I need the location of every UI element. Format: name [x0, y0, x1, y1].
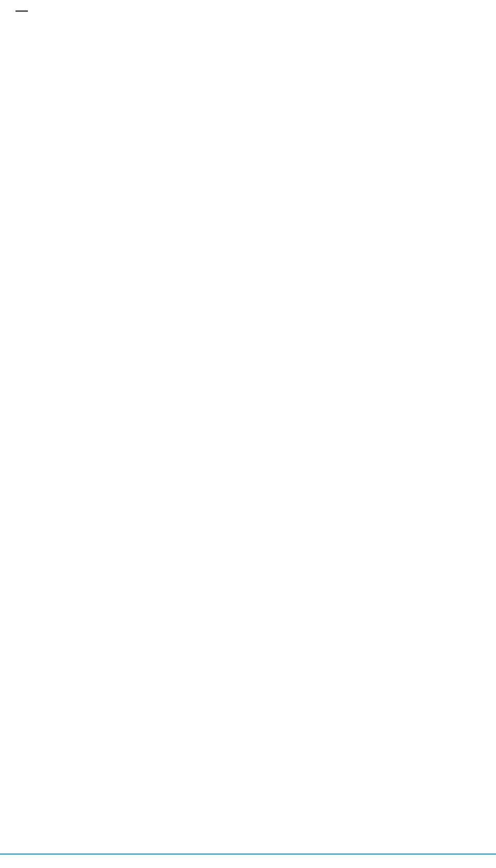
section3-text [16, 56, 481, 67]
logo-container [16, 10, 481, 13]
page-number-bar [0, 854, 496, 858]
